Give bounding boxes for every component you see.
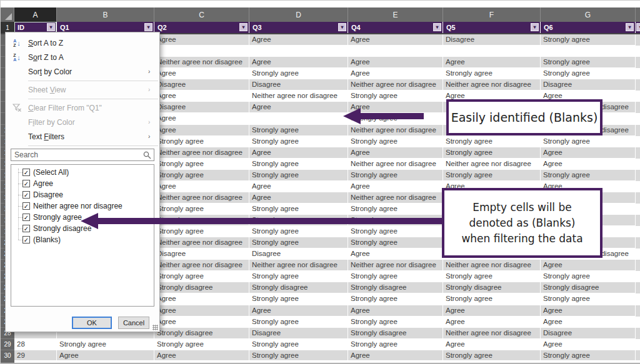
- checkbox-checked-icon[interactable]: ✓: [22, 180, 30, 187]
- cell[interactable]: Strongly agree: [443, 170, 541, 181]
- cell[interactable]: Agree: [443, 57, 541, 68]
- filter-dropdown-button-partial[interactable]: ▾: [636, 23, 640, 31]
- select-all-corner[interactable]: [1, 7, 14, 22]
- cell[interactable]: Agree: [541, 305, 636, 317]
- cell[interactable]: Agree: [154, 125, 249, 136]
- cell[interactable]: Agree: [154, 317, 249, 328]
- cell[interactable]: Disagree: [541, 79, 636, 91]
- cell[interactable]: Agree: [541, 339, 636, 350]
- cell[interactable]: Neither agree nor disagree: [154, 57, 249, 68]
- cell[interactable]: Disagree: [249, 248, 348, 260]
- filter-checkbox-item-disagree[interactable]: ✓Disagree: [11, 189, 154, 200]
- filter-checkbox-item-neither-agree-nor-disagree[interactable]: ✓Neither agree nor disagree: [11, 200, 154, 212]
- cell[interactable]: Agree: [541, 260, 636, 271]
- cell[interactable]: Neither agree nor disagree: [443, 159, 541, 170]
- filter-dropdown-button-q1[interactable]: ▾: [144, 23, 152, 31]
- cell[interactable]: Strongly agree: [348, 317, 443, 328]
- cell[interactable]: Neither agree nor disagree: [154, 260, 249, 271]
- cell[interactable]: Agree: [154, 34, 249, 46]
- cell[interactable]: Strongly agree: [541, 57, 636, 68]
- cell[interactable]: Strongly agree: [541, 170, 636, 181]
- cell[interactable]: Strongly agree: [249, 339, 348, 350]
- cell[interactable]: Strongly agree: [348, 170, 443, 181]
- cell[interactable]: Agree: [348, 305, 443, 317]
- column-letter-B[interactable]: B: [57, 7, 154, 22]
- cell[interactable]: Agree: [443, 339, 541, 350]
- cell[interactable]: 28: [14, 339, 57, 350]
- cell[interactable]: [541, 46, 636, 57]
- cell[interactable]: Agree: [348, 181, 443, 192]
- cell[interactable]: Strongly agree: [443, 136, 541, 147]
- cell[interactable]: Neither agree nor disagree: [348, 192, 443, 204]
- cell[interactable]: Disagree: [443, 34, 541, 46]
- cell[interactable]: Strongly agree: [348, 237, 443, 248]
- cell[interactable]: Agree: [154, 181, 249, 192]
- cell[interactable]: Agree: [348, 147, 443, 159]
- cell[interactable]: Neither agree nor disagree: [348, 260, 443, 271]
- ok-button[interactable]: OK: [72, 317, 112, 329]
- cell[interactable]: Strongly agree: [541, 34, 636, 46]
- cell[interactable]: [249, 113, 348, 124]
- cell[interactable]: Strongly disagree: [249, 282, 348, 293]
- column-letter-C[interactable]: C: [154, 7, 249, 22]
- cell[interactable]: [348, 46, 443, 57]
- cell[interactable]: Disagree: [541, 328, 636, 339]
- cell[interactable]: Disagree: [154, 79, 249, 91]
- cell[interactable]: Strongly disagree: [154, 282, 249, 293]
- cell[interactable]: Neither agree nor disagree: [348, 159, 443, 170]
- cell[interactable]: Strongly agree: [443, 68, 541, 79]
- cell[interactable]: Strongly agree: [249, 271, 348, 282]
- checkbox-checked-icon[interactable]: ✓: [22, 236, 30, 243]
- checkbox-checked-icon[interactable]: ✓: [22, 225, 30, 232]
- cell[interactable]: Disagree: [249, 328, 348, 339]
- cell[interactable]: Agree: [154, 305, 249, 317]
- cell[interactable]: Agree: [541, 159, 636, 170]
- cell[interactable]: Agree: [348, 34, 443, 46]
- checkbox-checked-icon[interactable]: ✓: [22, 169, 30, 176]
- cell[interactable]: Agree: [348, 102, 443, 113]
- filter-checkbox-item--select-all-[interactable]: ✓(Select All): [11, 167, 154, 178]
- cell[interactable]: [249, 46, 348, 57]
- cell[interactable]: Strongly agree: [57, 339, 154, 350]
- cell[interactable]: Strongly agree: [348, 91, 443, 102]
- menu-item-sort-by-color[interactable]: Sort by Color›: [6, 64, 159, 79]
- cell[interactable]: Neither agree nor disagree: [348, 125, 443, 136]
- cell[interactable]: Agree: [154, 91, 249, 102]
- cell[interactable]: Strongly disagree: [348, 282, 443, 293]
- cell[interactable]: Strongly agree: [154, 226, 249, 237]
- cell[interactable]: Strongly agree: [541, 136, 636, 147]
- cell[interactable]: Strongly agree: [154, 170, 249, 181]
- cell[interactable]: Strongly agree: [348, 339, 443, 350]
- cell[interactable]: Strongly agree: [249, 204, 348, 215]
- cell[interactable]: Strongly disagree: [348, 328, 443, 339]
- filter-dropdown-button-q4[interactable]: ▾: [433, 23, 441, 31]
- cell[interactable]: Agree: [249, 102, 348, 113]
- cell[interactable]: Agree: [249, 57, 348, 68]
- menu-item-text-filters[interactable]: Text Filters›: [6, 129, 159, 144]
- filter-dropdown-button-id[interactable]: ▾: [47, 23, 55, 31]
- cell[interactable]: Strongly agree: [249, 68, 348, 79]
- cell[interactable]: [443, 46, 541, 57]
- column-letter-G[interactable]: G: [541, 7, 636, 22]
- cell[interactable]: Strongly agree: [249, 237, 348, 248]
- cell[interactable]: Strongly agree: [249, 293, 348, 305]
- cell[interactable]: Disagree: [249, 79, 348, 91]
- cell[interactable]: Strongly disagree: [154, 328, 249, 339]
- cell[interactable]: Strongly agree: [443, 271, 541, 282]
- checkbox-checked-icon[interactable]: ✓: [22, 202, 30, 210]
- cell[interactable]: Agree: [154, 68, 249, 79]
- cell[interactable]: Strongly agree: [348, 271, 443, 282]
- cell[interactable]: Strongly agree: [348, 293, 443, 305]
- cell[interactable]: Strongly agree: [541, 271, 636, 282]
- cell[interactable]: Neither agree nor disagree: [154, 192, 249, 204]
- cell[interactable]: Strongly agree: [249, 125, 348, 136]
- filter-dropdown-button-q3[interactable]: ▾: [338, 23, 346, 31]
- cell[interactable]: Strongly agree: [154, 204, 249, 215]
- search-input[interactable]: [11, 149, 154, 161]
- cell[interactable]: Neither agree nor disagree: [154, 237, 249, 248]
- cell[interactable]: Neither agree nor disagree: [154, 147, 249, 159]
- cell[interactable]: Neither agree nor disagree: [249, 91, 348, 102]
- cell[interactable]: Neither agree nor disagree: [249, 260, 348, 271]
- cell[interactable]: Agree: [154, 113, 249, 124]
- cell[interactable]: Strongly agree: [348, 204, 443, 215]
